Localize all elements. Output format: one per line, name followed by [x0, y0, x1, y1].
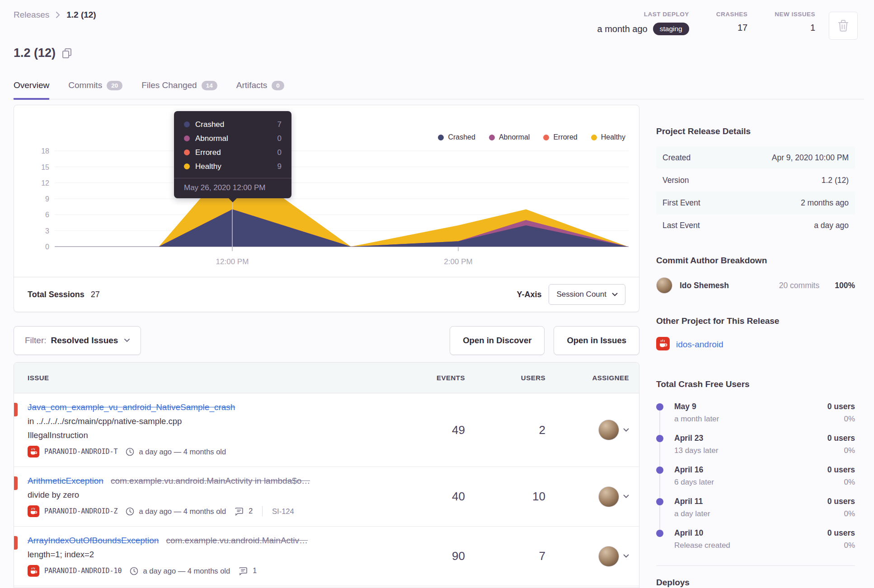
assignee-dropdown-chevron[interactable]: [623, 495, 629, 499]
detail-value: 2 months ago: [801, 198, 849, 208]
tab-count-badge: 0: [272, 81, 284, 90]
stat-value: 17: [738, 23, 747, 33]
legend-dot-icon: [543, 135, 549, 140]
entry-note: 13 days later: [674, 446, 718, 455]
breadcrumb-releases-link[interactable]: Releases: [14, 10, 49, 20]
entry-percent: 0%: [844, 509, 855, 518]
svg-text:12:00 PM: 12:00 PM: [216, 257, 249, 266]
commit-authors-section: Commit Author Breakdown Ido Shemesh20 co…: [656, 256, 855, 294]
sessions-chart-panel: 036912151812:00 PM2:00 PM CrashedAbnorma…: [14, 105, 639, 312]
tooltip-series-value: 9: [277, 162, 282, 171]
legend-label: Errored: [553, 133, 577, 141]
assignee-dropdown-chevron[interactable]: [623, 428, 629, 432]
sessions-area-chart[interactable]: 036912151812:00 PM2:00 PM: [14, 105, 639, 278]
issue-meta: PARANOID-ANDROID-Ta day ago — 4 months o…: [28, 446, 361, 457]
column-header-issue: ISSUE: [28, 374, 361, 382]
legend-item-healthy[interactable]: Healthy: [591, 133, 625, 141]
assignee-cell: [545, 486, 629, 507]
assignee-avatar[interactable]: [598, 546, 619, 567]
tooltip-series-name: Healthy: [195, 162, 221, 171]
svg-text:6: 6: [45, 211, 49, 219]
divider: [262, 506, 263, 516]
environment-badge: staging: [653, 23, 689, 35]
issue-title-link[interactable]: Java_com_example_vu_android_NativeSample…: [28, 402, 235, 412]
unresolved-marker: [14, 403, 18, 416]
tooltip-series-name: Abnormal: [195, 134, 228, 143]
delete-release-button[interactable]: [829, 12, 858, 40]
tab-commits[interactable]: Commits20: [68, 77, 122, 100]
clock-icon: [126, 448, 134, 456]
tab-overview[interactable]: Overview: [14, 77, 49, 100]
issue-title-link[interactable]: ArrayIndexOutOfBoundsException: [28, 536, 159, 546]
issues-filter-bar: Filter: Resolved Issues Open in Discover…: [14, 326, 639, 355]
issue-age: a day ago — 4 months old: [143, 567, 230, 575]
issue-row: Java_com_example_vu_android_NativeSample…: [14, 393, 639, 467]
assignee-avatar[interactable]: [598, 420, 619, 440]
detail-row-created: CreatedApr 9, 2020 10:00 PM: [656, 146, 855, 169]
clock-icon: [130, 567, 138, 575]
svg-text:3: 3: [45, 227, 49, 235]
legend-dot-icon: [489, 135, 495, 140]
chart-legend: CrashedAbnormalErroredHealthy: [438, 133, 625, 141]
project-slug: PARANOID-ANDROID-Z: [44, 507, 118, 515]
page-title: 1.2 (12): [14, 46, 72, 60]
open-in-discover-button[interactable]: Open in Discover: [450, 326, 545, 355]
timeline-dot-icon: [656, 467, 663, 474]
stat-label: LAST DEPLOY: [644, 11, 689, 18]
legend-dot-icon: [591, 135, 597, 140]
tab-files-changed[interactable]: Files Changed14: [141, 77, 217, 100]
comment-icon: [239, 567, 248, 575]
stat-value: 1: [810, 23, 815, 33]
entry-users: 0 users: [827, 497, 855, 506]
entry-date: April 16: [674, 465, 703, 475]
entry-date: April 10: [674, 528, 703, 538]
header-stat-last-deploy: LAST DEPLOYa month agostaging: [597, 11, 689, 35]
legend-label: Abnormal: [499, 133, 530, 141]
issue-summary: Java_com_example_vu_android_NativeSample…: [28, 402, 361, 457]
entry-users: 0 users: [827, 434, 855, 443]
legend-item-errored[interactable]: Errored: [543, 133, 577, 141]
column-header-users: USERS: [465, 374, 545, 382]
filter-label: Filter:: [25, 336, 47, 345]
issue-subtitle: length=1; index=2: [28, 550, 361, 560]
other-project-link[interactable]: idos-android: [676, 340, 724, 350]
issue-title-link[interactable]: ArithmeticException: [28, 476, 103, 486]
tooltip-dot-icon: [184, 163, 190, 169]
detail-value: a day ago: [814, 221, 849, 230]
legend-item-abnormal[interactable]: Abnormal: [489, 133, 530, 141]
open-in-issues-button[interactable]: Open in Issues: [554, 326, 639, 355]
stat-value-text: a month ago: [597, 24, 648, 34]
other-project-section: Other Project for This Release idos-andr…: [656, 316, 855, 352]
crash-free-users-heading: Total Crash Free Users: [656, 379, 855, 389]
assignee-avatar[interactable]: [598, 486, 619, 507]
tooltip-arrow: [229, 198, 237, 202]
copy-icon[interactable]: [62, 48, 72, 59]
tab-artifacts[interactable]: Artifacts0: [236, 77, 284, 100]
issues-table-header: ISSUEEVENTSUSERSASSIGNEE: [14, 363, 639, 393]
stat-value-text: 17: [738, 23, 747, 33]
stat-value: a month agostaging: [597, 23, 689, 35]
entry-date: April 11: [674, 497, 703, 506]
assignee-dropdown-chevron[interactable]: [623, 554, 629, 558]
yaxis-select[interactable]: Session Count: [549, 284, 625, 305]
events-count: 90: [361, 549, 465, 563]
svg-text:15: 15: [41, 163, 49, 171]
tooltip-rows: Crashed7Abnormal0Errored0Healthy9: [174, 111, 291, 178]
entry-note: a month later: [674, 415, 719, 424]
comment-count: 2: [249, 507, 253, 515]
clock-icon: [126, 507, 134, 516]
detail-row-last-event: Last Eventa day ago: [656, 214, 855, 237]
issue-culprit: com.example.vu.android.MainActivity in l…: [111, 476, 310, 486]
issues-filter-dropdown[interactable]: Filter: Resolved Issues: [14, 326, 141, 355]
comment-count: 1: [253, 567, 257, 575]
yaxis-label: Y-Axis: [517, 290, 541, 299]
tooltip-timestamp: May 26, 2020 12:00 PM: [174, 178, 291, 198]
entry-users: 0 users: [827, 465, 855, 475]
author-commit-count: 20 commits: [779, 281, 819, 290]
entry-percent: 0%: [844, 446, 855, 455]
commit-authors-heading: Commit Author Breakdown: [656, 256, 855, 266]
java-platform-icon: [28, 565, 39, 577]
tooltip-series-value: 0: [277, 134, 282, 143]
project-slug: PARANOID-ANDROID-T: [44, 448, 118, 456]
legend-item-crashed[interactable]: Crashed: [438, 133, 475, 141]
